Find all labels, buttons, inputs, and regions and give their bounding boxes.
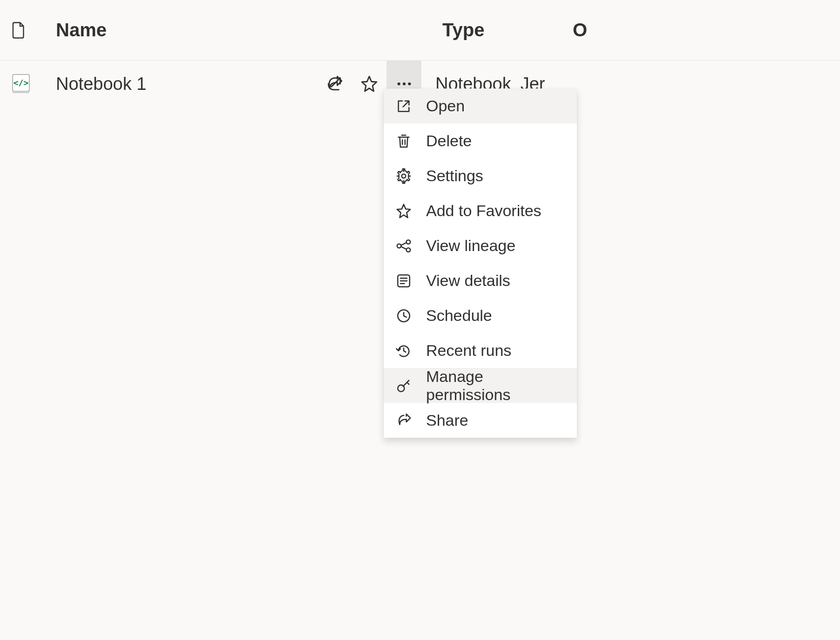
svg-point-3 (397, 82, 400, 85)
svg-point-4 (402, 82, 405, 85)
menu-item-lineage[interactable]: View lineage (384, 228, 577, 263)
menu-label: Add to Favorites (426, 202, 542, 220)
share-arrow-icon (325, 75, 343, 93)
gear-icon (395, 168, 412, 184)
menu-item-settings[interactable]: Settings (384, 158, 577, 193)
share-button[interactable] (317, 61, 352, 107)
svg-point-9 (406, 248, 411, 252)
table-header-row: Name Type O (0, 0, 840, 61)
menu-item-delete[interactable]: Delete (384, 123, 577, 158)
menu-label: Settings (426, 167, 483, 185)
svg-point-5 (408, 82, 411, 85)
menu-item-permissions[interactable]: Manage permissions (384, 368, 577, 403)
file-icon (12, 22, 26, 39)
ellipsis-icon (396, 82, 412, 86)
menu-item-share[interactable]: Share (384, 403, 577, 438)
context-menu: Open Delete Settings Add to Favorites (384, 89, 577, 438)
menu-item-recent-runs[interactable]: Recent runs (384, 333, 577, 368)
lineage-icon (395, 238, 412, 254)
menu-label: Schedule (426, 306, 492, 325)
menu-label: Open (426, 97, 465, 115)
favorite-button[interactable] (352, 61, 386, 107)
header-icon-cell (12, 22, 56, 39)
clock-icon (395, 307, 412, 324)
star-icon (395, 203, 412, 219)
menu-label: Delete (426, 132, 472, 150)
row-name[interactable]: Notebook 1 (56, 74, 317, 94)
column-header-owner[interactable]: O (573, 20, 601, 41)
row-icon-cell: </> (12, 74, 56, 94)
trash-icon (395, 133, 412, 150)
menu-label: Manage permissions (426, 368, 565, 404)
menu-item-schedule[interactable]: Schedule (384, 298, 577, 333)
key-icon (395, 377, 412, 394)
svg-point-8 (406, 240, 411, 244)
menu-label: Recent runs (426, 341, 511, 360)
menu-item-favorites[interactable]: Add to Favorites (384, 193, 577, 228)
notebook-icon: </> (12, 74, 30, 94)
open-external-icon (395, 98, 412, 115)
column-header-name[interactable]: Name (56, 20, 442, 41)
menu-label: View details (426, 272, 510, 290)
svg-text:</>: </> (14, 78, 29, 88)
menu-item-details[interactable]: View details (384, 263, 577, 298)
menu-label: Share (426, 411, 468, 429)
menu-label: View lineage (426, 237, 515, 255)
svg-point-6 (402, 174, 406, 178)
svg-point-7 (397, 244, 401, 248)
menu-item-open[interactable]: Open (384, 89, 577, 123)
history-icon (395, 342, 412, 359)
share-icon (395, 412, 412, 429)
column-header-type[interactable]: Type (442, 20, 573, 41)
svg-rect-1 (13, 91, 29, 93)
details-icon (395, 272, 412, 289)
star-icon (360, 75, 378, 93)
